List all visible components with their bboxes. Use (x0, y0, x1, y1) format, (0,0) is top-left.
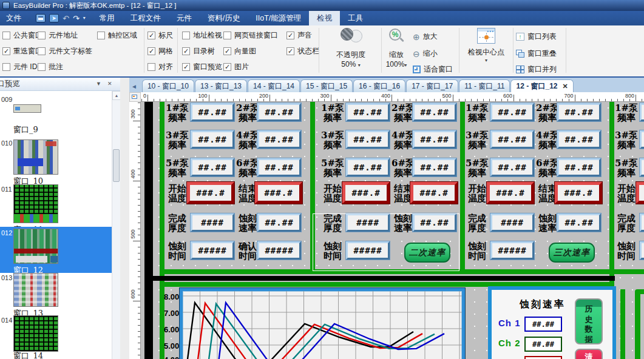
checkbox-unchecked[interactable] (38, 32, 46, 39)
save-icon[interactable] (36, 14, 46, 22)
hmi-value-box[interactable]: ##.## (640, 130, 644, 149)
window-thumbnail[interactable] (13, 184, 58, 223)
hmi-value-box[interactable]: #### (640, 213, 644, 232)
window-thumbnail[interactable] (13, 229, 58, 264)
view-option-标尺[interactable]: ✓标尺 (147, 30, 173, 41)
hmi-value-box[interactable]: ##.## (413, 158, 456, 176)
tab-16 - 窗口_16[interactable]: 16 - 窗口_16 (353, 79, 405, 92)
hmi-value-box[interactable]: ##.## (257, 213, 301, 232)
view-option-网格[interactable]: ✓网格 (147, 46, 173, 56)
zoom-in-button[interactable]: ⊕ 放大 (413, 32, 438, 42)
window-thumbnail[interactable] (13, 273, 58, 307)
channel-value-box[interactable]: ##.## (524, 317, 562, 332)
toolbar-more-icon[interactable]: ▾ (83, 16, 86, 21)
hmi-value-box[interactable]: ##.## (413, 130, 456, 149)
view-center-button[interactable]: ●●● 检视中心点 ▾ (461, 28, 511, 63)
hmi-value-box[interactable]: ##.## (557, 130, 601, 149)
checkbox-checked[interactable]: ✓ (2, 47, 10, 55)
hmi-value-box[interactable]: ###.# (555, 182, 602, 204)
tab-10 - 窗口_10[interactable]: 10 - 窗口_10 (142, 79, 194, 92)
tab-11 - 窗口_11[interactable]: 11 - 窗口_11 (459, 79, 510, 92)
window-cascade-button[interactable]: 窗口重叠 (516, 49, 557, 59)
hmi-value-box[interactable]: ##.## (557, 158, 601, 176)
ribbon-tab-工具[interactable]: 工具 (340, 11, 371, 25)
window-thumbnail[interactable] (13, 104, 41, 113)
view-option-向量图[interactable]: ✓向量图 (223, 46, 256, 56)
view-option-图片[interactable]: ✓图片 (223, 62, 249, 72)
hmi-value-box[interactable]: #### (490, 213, 534, 232)
hmi-value-box[interactable]: ###.# (636, 182, 644, 204)
ribbon-tab-资料/历史[interactable]: 资料/历史 (200, 11, 248, 25)
checkbox-unchecked[interactable] (147, 63, 155, 71)
undo-icon[interactable]: ↶ (63, 15, 69, 22)
tab-close-icon[interactable]: ✕ (563, 82, 568, 90)
hmi-value-box[interactable]: ###.# (255, 182, 302, 204)
hmi-value-box[interactable]: ##.## (413, 103, 456, 121)
hmi-value-box[interactable]: ##### (257, 241, 301, 260)
view-option-元件 ID[interactable]: 元件 ID (2, 62, 37, 72)
file-menu[interactable]: 文件 (0, 11, 30, 25)
hmi-value-box[interactable]: ##.## (346, 103, 390, 121)
ribbon-tab-元件[interactable]: 元件 (169, 11, 200, 25)
hmi-value-box[interactable]: ###.# (187, 182, 234, 204)
checkbox-unchecked[interactable] (223, 32, 231, 39)
clear-button[interactable]: 清 (575, 349, 603, 359)
opacity-control[interactable]: 不透明度 50% ▾ (320, 28, 381, 69)
view-option-状态栏[interactable]: ✓状态栏 (286, 46, 319, 56)
view-option-窗口预览[interactable]: ✓窗口预览 (182, 62, 222, 72)
hmi-value-box[interactable]: ##.## (346, 130, 390, 149)
zoom-control[interactable]: % 缩放 100%▾ (382, 28, 410, 69)
hmi-value-box[interactable]: ##.## (257, 158, 301, 176)
checkbox-unchecked[interactable] (38, 63, 46, 71)
panel-menu-icon[interactable]: ▼ (96, 81, 101, 87)
checkbox-unchecked[interactable] (182, 32, 190, 39)
ruler-corner[interactable] (129, 92, 141, 102)
tab-13 - 窗口_13[interactable]: 13 - 窗口_13 (195, 79, 247, 92)
checkbox-checked[interactable]: ✓ (286, 47, 294, 55)
checkbox-unchecked[interactable] (2, 63, 10, 71)
tab-scroll-left-icon[interactable]: ◄ (131, 83, 137, 90)
ribbon-tab-IIoT/能源管理[interactable]: IIoT/能源管理 (248, 11, 309, 25)
ribbon-tab-常用[interactable]: 常用 (92, 11, 123, 25)
window-tile-button[interactable]: 窗口并列 (516, 64, 557, 75)
zoom-value[interactable]: 100%▾ (382, 60, 410, 69)
view-option-触控区域[interactable]: 触控区域 (97, 30, 137, 41)
hmi-value-box[interactable]: ##.## (640, 158, 644, 176)
hmi-value-box[interactable]: ##### (191, 241, 234, 260)
export-icon[interactable]: ➤ (49, 14, 59, 22)
view-option-地址检视[interactable]: 地址检视 (182, 30, 222, 41)
view-option-公共窗口[interactable]: 公共窗口 (2, 30, 42, 41)
tab-14 - 窗口_14[interactable]: 14 - 窗口_14 (248, 79, 300, 92)
tab-15 - 窗口_15[interactable]: 15 - 窗口_15 (300, 79, 353, 92)
view-option-元件地址[interactable]: 元件地址 (38, 30, 78, 41)
hmi-value-box[interactable]: ##### (640, 241, 644, 260)
hmi-value-box[interactable]: ###.# (410, 182, 458, 204)
ribbon-tab-检视[interactable]: 检视 (309, 11, 340, 25)
channel-value-box[interactable]: ##.## (524, 337, 562, 352)
hmi-value-box[interactable]: ##.## (346, 158, 390, 176)
checkbox-checked[interactable]: ✓ (147, 47, 155, 55)
checkbox-checked[interactable]: ✓ (286, 32, 294, 39)
hmi-value-box[interactable]: ##### (490, 241, 534, 260)
view-option-重迭窗口[interactable]: ✓重迭窗口 (2, 46, 42, 56)
hmi-value-box[interactable]: ##.## (557, 103, 601, 121)
opacity-value[interactable]: 50% ▾ (320, 60, 381, 69)
hmi-value-box[interactable]: ##.## (490, 103, 534, 121)
fit-window-button[interactable]: 适合窗口 (413, 64, 453, 75)
hmi-value-box[interactable]: ###.# (342, 182, 390, 204)
checkbox-unchecked[interactable] (38, 47, 46, 55)
window-list-button[interactable]: ↑ 窗口列表 (516, 32, 557, 42)
hmi-value-box[interactable]: ##.## (257, 103, 301, 121)
redo-icon[interactable]: ↷ (73, 15, 80, 22)
trend-chart[interactable] (180, 288, 465, 359)
zoom-out-button[interactable]: ⊖ 缩小 (413, 49, 438, 59)
checkbox-checked[interactable]: ✓ (223, 47, 231, 55)
ribbon-tab-工程文件[interactable]: 工程文件 (123, 11, 169, 25)
hmi-value-box[interactable]: ###.# (487, 182, 534, 204)
history-data-button[interactable]: 历史数据 (575, 298, 603, 344)
hmi-value-box[interactable]: ##.## (191, 158, 234, 176)
hmi-value-box[interactable]: ##.## (257, 130, 301, 149)
view-option-网页链接窗口[interactable]: 网页链接窗口 (223, 30, 278, 41)
window-thumbnail[interactable] (13, 139, 58, 175)
view-option-目录树[interactable]: ✓目录树 (182, 46, 215, 56)
